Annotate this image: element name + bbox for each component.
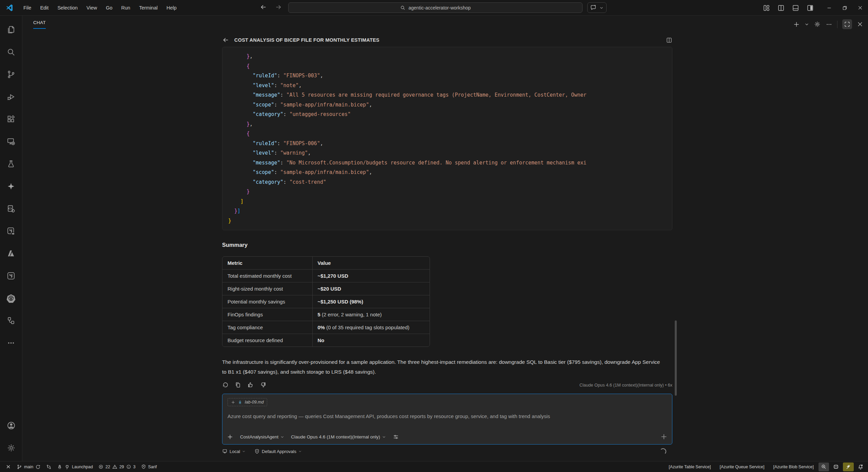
remote-explorer-icon[interactable] xyxy=(0,130,22,153)
tools-sliders-icon[interactable] xyxy=(393,434,399,440)
menu-go[interactable]: Go xyxy=(101,3,117,12)
kubernetes-icon[interactable] xyxy=(0,287,22,309)
value-cell: ~$20 USD xyxy=(312,282,430,295)
error-icon xyxy=(98,464,103,469)
minimize-button[interactable] xyxy=(821,0,837,16)
copilot-status-icon[interactable] xyxy=(830,463,842,471)
thumbs-down-icon[interactable] xyxy=(260,381,267,388)
command-center-search[interactable]: agentic-accelerator-workshop xyxy=(288,2,583,13)
menu-bar: FileEditSelectionViewGoRunTerminalHelp xyxy=(19,3,181,12)
back-arrow-icon[interactable] xyxy=(260,3,267,11)
accounts-icon[interactable] xyxy=(0,414,22,437)
service-label[interactable]: [Azurite Queue Service] xyxy=(719,465,764,469)
menu-view[interactable]: View xyxy=(82,3,101,12)
chat-back-button[interactable] xyxy=(222,36,230,44)
testing-beaker-icon[interactable] xyxy=(0,153,22,175)
branch-indicator[interactable]: main xyxy=(14,464,43,470)
code-line: "level": "note", xyxy=(228,81,666,91)
sparkle-icon[interactable] xyxy=(0,175,22,197)
code-line: "scope": "sample-app/infra/main.bicep", xyxy=(228,168,666,177)
workflow-icon[interactable] xyxy=(0,309,22,332)
new-chat-dropdown-icon[interactable] xyxy=(805,22,809,26)
chat-scrollbar[interactable] xyxy=(675,320,677,396)
menu-run[interactable]: Run xyxy=(117,3,135,12)
restore-button[interactable] xyxy=(837,0,852,16)
run-debug-icon[interactable] xyxy=(0,85,22,108)
vscode-logo-icon xyxy=(5,4,14,12)
extensions-icon[interactable] xyxy=(0,108,22,130)
copilot-chat-button[interactable] xyxy=(587,2,607,13)
add-context-button[interactable] xyxy=(227,434,233,440)
git-compare-indicator[interactable] xyxy=(43,464,54,470)
menu-help[interactable]: Help xyxy=(162,3,181,12)
model-picker-label: Claude Opus 4.6 (1M context)(Internal on… xyxy=(291,434,380,439)
chevron-down-icon xyxy=(599,6,604,10)
chat-settings-gear-icon[interactable] xyxy=(814,21,821,28)
table-row: FinOps findings5 (2 error, 2 warning, 1 … xyxy=(222,308,430,321)
chat-session-title: COST ANALYSIS OF BICEP FILE FOR MONTHLY … xyxy=(234,37,379,43)
more-actions-icon[interactable] xyxy=(826,21,832,28)
toggle-secondary-sidebar-icon[interactable] xyxy=(807,4,814,12)
close-panel-button[interactable] xyxy=(857,21,863,27)
problems-indicator[interactable]: 22 29 3 xyxy=(96,464,138,469)
source-control-icon[interactable] xyxy=(0,63,22,85)
terraform-icon[interactable] xyxy=(0,264,22,287)
open-in-editor-icon[interactable] xyxy=(666,37,672,43)
sync-icon xyxy=(35,464,41,470)
tab-chat[interactable]: CHAT xyxy=(33,20,46,29)
menu-file[interactable]: File xyxy=(19,3,36,12)
customize-layout-icon[interactable] xyxy=(763,4,770,12)
service-label[interactable]: [Azurite Blob Service] xyxy=(773,465,814,469)
approvals-picker[interactable]: Default Approvals xyxy=(254,449,302,454)
menu-terminal[interactable]: Terminal xyxy=(135,3,162,12)
settings-gear-icon[interactable] xyxy=(0,437,22,459)
spark-disabled-icon[interactable] xyxy=(843,463,854,471)
info-icon xyxy=(126,464,131,469)
table-row: Budget resource definedNo xyxy=(222,334,430,347)
menu-edit[interactable]: Edit xyxy=(36,3,53,12)
thumbs-up-icon[interactable] xyxy=(247,381,254,388)
launchpad-indicator[interactable]: Launchpad xyxy=(54,464,96,470)
shield-icon xyxy=(141,464,146,469)
toggle-panel-icon[interactable] xyxy=(792,4,799,12)
git-branch-icon xyxy=(17,464,22,470)
copy-icon[interactable] xyxy=(235,381,241,388)
notifications-bell-icon[interactable] xyxy=(855,463,866,471)
regenerate-icon[interactable] xyxy=(222,381,229,388)
maximize-panel-button[interactable] xyxy=(842,19,852,29)
value-cell: ~$1,250 USD (98%) xyxy=(312,295,430,308)
remote-indicator[interactable] xyxy=(3,464,14,470)
metric-cell: Tag compliance xyxy=(222,321,312,334)
service-label[interactable]: [Azurite Table Service] xyxy=(669,465,711,469)
code-line: }, xyxy=(228,119,666,129)
shield-icon xyxy=(254,449,260,454)
table-row: Total estimated monthly cost~$1,270 USD xyxy=(222,270,430,282)
code-file-gear-icon[interactable] xyxy=(0,197,22,220)
code-line: { xyxy=(228,129,666,139)
explorer-icon[interactable] xyxy=(0,18,22,41)
azure-icon[interactable] xyxy=(0,242,22,264)
history-nav xyxy=(260,3,282,11)
agent-picker[interactable]: CostAnalysisAgent xyxy=(240,434,284,439)
agent-picker-label: CostAnalysisAgent xyxy=(240,434,278,439)
split-editor-icon[interactable] xyxy=(777,4,785,12)
close-window-button[interactable] xyxy=(852,0,868,16)
code-line: "level": "warning", xyxy=(228,148,666,158)
send-button[interactable] xyxy=(660,433,668,440)
search-sidebar-icon[interactable] xyxy=(0,41,22,63)
chat-input-text[interactable]: Azure cost query and reporting — queries… xyxy=(228,413,667,419)
chat-input-box[interactable]: lab-09.md Azure cost query and reporting… xyxy=(222,394,672,445)
sarif-indicator[interactable]: Sarif xyxy=(138,464,160,469)
model-picker[interactable]: Claude Opus 4.6 (1M context)(Internal on… xyxy=(291,434,386,439)
menu-selection[interactable]: Selection xyxy=(53,3,82,12)
summary-table: Metric Value Total estimated monthly cos… xyxy=(222,256,430,347)
chevron-down-icon xyxy=(280,435,284,439)
zoom-status-button[interactable] xyxy=(818,463,829,471)
more-views-icon[interactable] xyxy=(0,332,22,354)
attachment-chip[interactable]: lab-09.md xyxy=(228,398,267,406)
terraform-cloud-icon[interactable] xyxy=(0,220,22,242)
new-chat-button[interactable] xyxy=(793,21,800,28)
environment-picker[interactable]: Local xyxy=(222,449,245,454)
forward-arrow-icon[interactable] xyxy=(275,3,282,11)
code-line: "message": "All 5 resources are missing … xyxy=(228,90,666,100)
